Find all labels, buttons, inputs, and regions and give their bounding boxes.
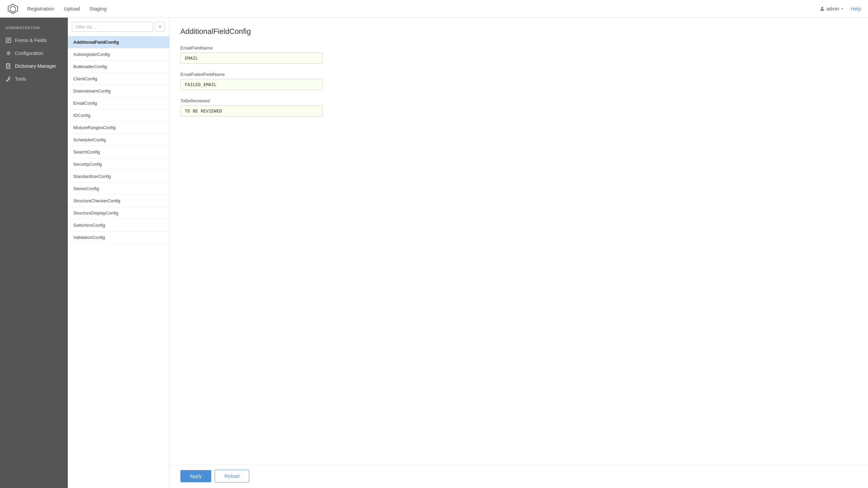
sidebar-item-forms-fields[interactable]: Forms & Fields [0, 34, 68, 47]
config-list-panel: × AdditionalFieldConfigAutoregisterConfi… [68, 18, 170, 488]
config-list-item[interactable]: AdditionalFieldConfig [68, 36, 169, 48]
config-list-item[interactable]: ClientConfig [68, 73, 169, 85]
config-list-item[interactable]: EmailConfig [68, 97, 169, 109]
topnav-links: Registration Upload Staging [27, 6, 820, 12]
config-list-item[interactable]: IDConfig [68, 109, 169, 122]
config-list-item[interactable]: AutoregisterConfig [68, 48, 169, 61]
config-list-item[interactable]: MixtureRangesConfig [68, 122, 169, 134]
detail-panel: AdditionalFieldConfig EmailFieldNameEmai… [170, 18, 868, 488]
apply-button[interactable]: Apply [180, 470, 211, 482]
nav-registration[interactable]: Registration [27, 6, 54, 12]
sidebar-label-forms-fields: Forms & Fields [15, 38, 47, 43]
config-list-item[interactable]: SwitchersConfig [68, 219, 169, 231]
content-area: × AdditionalFieldConfigAutoregisterConfi… [68, 18, 868, 488]
config-list-item[interactable]: SchedulerConfig [68, 134, 169, 146]
config-list: AdditionalFieldConfigAutoregisterConfigB… [68, 36, 169, 488]
forms-icon [5, 37, 12, 43]
config-list-item[interactable]: BulkloaderConfig [68, 61, 169, 73]
admin-label: admin [826, 6, 839, 12]
sidebar-item-configuration[interactable]: Configuration [0, 47, 68, 60]
field-label-email-failed-field-name: EmailFailedFieldName [180, 72, 857, 77]
field-group-email-failed-field-name: EmailFailedFieldName [180, 72, 857, 90]
wrench-icon [5, 76, 12, 82]
detail-footer: Apply Reload [170, 464, 868, 488]
reload-button[interactable]: Reload [215, 470, 249, 483]
filter-clear-button[interactable]: × [155, 22, 165, 32]
topnav-right: admin Help [820, 6, 861, 12]
sidebar-section-label: ADMINISTRATION [0, 23, 68, 34]
sidebar-item-tools[interactable]: Tools [0, 73, 68, 85]
config-list-item[interactable]: SearchConfig [68, 146, 169, 158]
sidebar-item-dictionary-manager[interactable]: Dictionary Manager [0, 60, 68, 73]
detail-title: AdditionalFieldConfig [180, 27, 857, 36]
main-layout: ADMINISTRATION Forms & Fields Configurat… [0, 18, 868, 488]
filter-input[interactable] [72, 22, 153, 32]
svg-marker-1 [10, 6, 16, 12]
help-link[interactable]: Help [851, 6, 861, 12]
nav-staging[interactable]: Staging [90, 6, 107, 12]
field-label-to-be-reviewed: ToBeReviewed [180, 98, 857, 103]
book-icon [5, 63, 12, 69]
config-list-item[interactable]: StandardizerConfig [68, 170, 169, 183]
nav-upload[interactable]: Upload [64, 6, 80, 12]
config-list-item[interactable]: SecurityConfig [68, 158, 169, 170]
field-group-email-field-name: EmailFieldName [180, 45, 857, 64]
field-input-email-failed-field-name[interactable] [180, 79, 323, 90]
field-input-to-be-reviewed[interactable] [180, 105, 323, 117]
svg-point-2 [821, 7, 823, 9]
config-list-item[interactable]: StereoConfig [68, 183, 169, 195]
sidebar: ADMINISTRATION Forms & Fields Configurat… [0, 18, 68, 488]
filter-bar: × [68, 18, 169, 36]
detail-content: AdditionalFieldConfig EmailFieldNameEmai… [170, 18, 868, 464]
config-list-item[interactable]: StructureDisplayConfig [68, 207, 169, 219]
sidebar-label-tools: Tools [15, 76, 26, 82]
app-logo [7, 3, 19, 15]
field-input-email-field-name[interactable] [180, 53, 323, 64]
topnav: Registration Upload Staging admin Help [0, 0, 868, 18]
svg-point-7 [8, 53, 9, 54]
sidebar-label-configuration: Configuration [15, 50, 43, 56]
sidebar-label-dictionary-manager: Dictionary Manager [15, 63, 56, 69]
config-list-item[interactable]: StructureCheckerConfig [68, 195, 169, 207]
admin-menu[interactable]: admin [820, 6, 844, 12]
field-group-to-be-reviewed: ToBeReviewed [180, 98, 857, 117]
fields-container: EmailFieldNameEmailFailedFieldNameToBeRe… [180, 45, 857, 117]
config-list-item[interactable]: ValidationConfig [68, 231, 169, 244]
gear-icon [5, 50, 12, 56]
field-label-email-field-name: EmailFieldName [180, 45, 857, 50]
config-list-item[interactable]: DownstreamConfig [68, 85, 169, 97]
